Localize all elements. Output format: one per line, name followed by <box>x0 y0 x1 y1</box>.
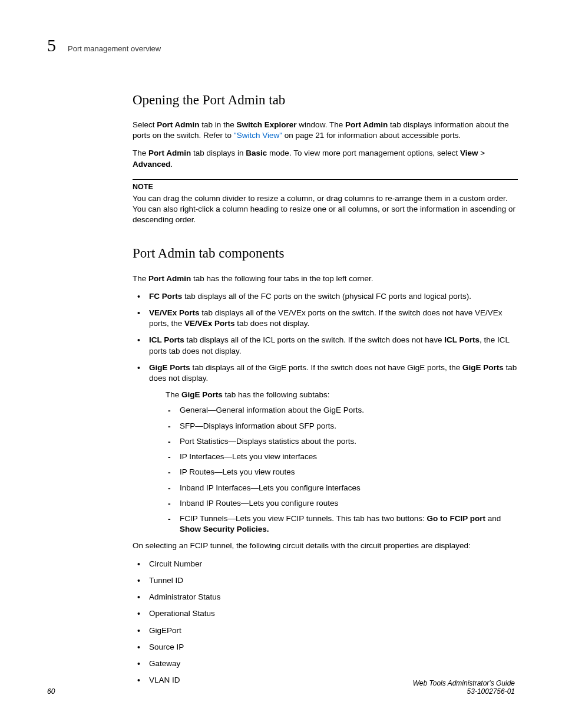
circuit-list: Circuit Number Tunnel ID Administrator S… <box>133 559 518 686</box>
para-basic-mode: The Port Admin tab displays in Basic mod… <box>133 148 518 169</box>
list-item: ICL Ports tab displays all of the ICL po… <box>133 335 518 356</box>
page-footer: 60 Web Tools Administrator's Guide 53-10… <box>47 679 515 696</box>
list-item: General—General information about the Gi… <box>166 405 518 416</box>
list-item: Inband IP Interfaces—Lets you configure … <box>166 483 518 493</box>
list-item: Operational Status <box>133 608 518 619</box>
footer-title: Web Tools Administrator's Guide <box>413 679 515 687</box>
list-item: Port Statistics—Displays statistics abou… <box>166 436 518 447</box>
note-body: You can drag the column divider to resiz… <box>133 193 518 226</box>
main-content: Opening the Port Admin tab Select Port A… <box>133 91 518 686</box>
para-select-port-admin: Select Port Admin tab in the Switch Expl… <box>133 120 518 141</box>
list-item: Inband IP Routes—Lets you configure rout… <box>166 498 518 509</box>
list-item: Source IP <box>133 642 518 653</box>
list-item: Administrator Status <box>133 592 518 602</box>
footer-docnum: 53-1002756-01 <box>413 687 515 696</box>
page-number: 60 <box>47 687 55 696</box>
list-item: GigEPort <box>133 625 518 636</box>
header-title: Port management overview <box>68 44 161 53</box>
chapter-number: 5 <box>47 35 56 55</box>
list-item: Tunnel ID <box>133 575 518 586</box>
list-item: IP Routes—Lets you view routes <box>166 467 518 477</box>
list-item: FCIP Tunnels—Lets you view FCIP tunnels.… <box>166 513 518 535</box>
footer-right: Web Tools Administrator's Guide 53-10027… <box>413 679 515 696</box>
circuit-intro: On selecting an FCIP tunnel, the followi… <box>133 541 518 551</box>
tabs-list: FC Ports tab displays all of the FC port… <box>133 291 518 535</box>
section-heading-opening: Opening the Port Admin tab <box>133 91 518 109</box>
subtabs-list: General—General information about the Gi… <box>166 405 518 535</box>
list-item: IP Interfaces—Lets you view interfaces <box>166 452 518 462</box>
subtabs-intro: The GigE Ports tab has the following sub… <box>166 390 518 400</box>
section-heading-components: Port Admin tab components <box>133 244 518 262</box>
note-label: NOTE <box>133 182 518 192</box>
list-item: VE/VEx Ports tab displays all of the VE/… <box>133 308 518 329</box>
list-item: GigE Ports tab displays all of the GigE … <box>133 363 518 535</box>
list-item: Gateway <box>133 658 518 669</box>
note-rule <box>133 179 518 180</box>
link-switch-view[interactable]: "Switch View" <box>234 131 282 140</box>
list-item: FC Ports tab displays all of the FC port… <box>133 291 518 302</box>
list-item: SFP—Displays information about SFP ports… <box>166 421 518 431</box>
page-header: 5 Port management overview <box>47 35 518 55</box>
components-intro: The Port Admin tab has the following fou… <box>133 274 518 284</box>
list-item: Circuit Number <box>133 559 518 569</box>
